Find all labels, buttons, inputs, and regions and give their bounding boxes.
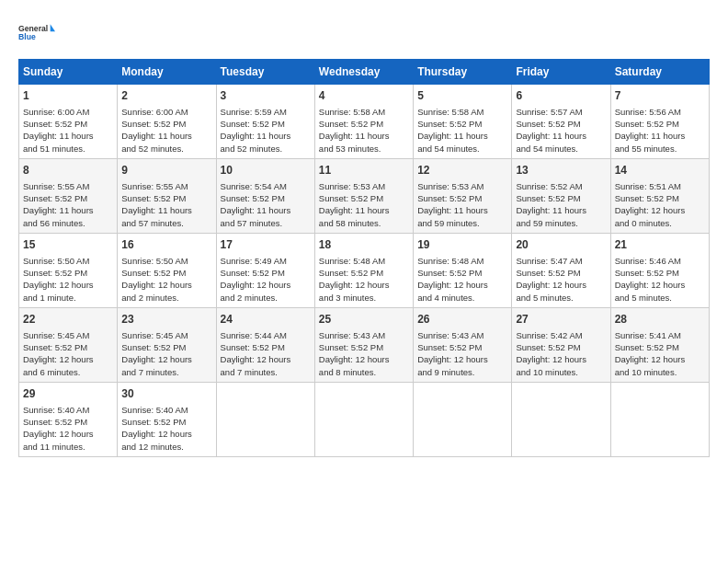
day-info: Sunrise: 5:40 AM Sunset: 5:52 PM Dayligh… bbox=[23, 404, 113, 453]
day-number: 19 bbox=[417, 237, 507, 253]
weekday-header: Sunday bbox=[19, 60, 118, 85]
day-number: 4 bbox=[319, 88, 409, 104]
calendar-week-row: 22Sunrise: 5:45 AM Sunset: 5:52 PM Dayli… bbox=[19, 307, 710, 382]
calendar-day-cell: 4Sunrise: 5:58 AM Sunset: 5:52 PM Daylig… bbox=[314, 85, 413, 159]
calendar-day-cell: 14Sunrise: 5:51 AM Sunset: 5:52 PM Dayli… bbox=[610, 158, 709, 233]
svg-text:Blue: Blue bbox=[18, 32, 36, 41]
day-number: 8 bbox=[23, 163, 113, 178]
calendar-week-row: 15Sunrise: 5:50 AM Sunset: 5:52 PM Dayli… bbox=[19, 233, 710, 307]
day-info: Sunrise: 5:50 AM Sunset: 5:52 PM Dayligh… bbox=[23, 255, 113, 304]
day-info: Sunrise: 5:54 AM Sunset: 5:52 PM Dayligh… bbox=[221, 180, 311, 229]
day-info: Sunrise: 6:00 AM Sunset: 5:52 PM Dayligh… bbox=[23, 106, 113, 155]
day-info: Sunrise: 5:44 AM Sunset: 5:52 PM Dayligh… bbox=[221, 329, 311, 378]
calendar-day-cell: 17Sunrise: 5:49 AM Sunset: 5:52 PM Dayli… bbox=[216, 233, 314, 307]
day-info: Sunrise: 5:47 AM Sunset: 5:52 PM Dayligh… bbox=[516, 255, 606, 304]
day-number: 29 bbox=[23, 386, 113, 402]
logo: General Blue bbox=[18, 18, 61, 50]
day-info: Sunrise: 5:55 AM Sunset: 5:52 PM Dayligh… bbox=[23, 180, 113, 229]
calendar-day-cell: 7Sunrise: 5:56 AM Sunset: 5:52 PM Daylig… bbox=[610, 85, 709, 159]
day-number: 13 bbox=[516, 163, 606, 178]
calendar-day-cell: 20Sunrise: 5:47 AM Sunset: 5:52 PM Dayli… bbox=[512, 233, 610, 307]
day-info: Sunrise: 5:56 AM Sunset: 5:52 PM Dayligh… bbox=[615, 106, 705, 155]
day-number: 2 bbox=[121, 88, 211, 104]
day-info: Sunrise: 5:53 AM Sunset: 5:52 PM Dayligh… bbox=[417, 180, 507, 229]
day-number: 12 bbox=[417, 163, 507, 178]
page-header: General Blue bbox=[18, 18, 710, 50]
calendar-day-cell bbox=[414, 382, 512, 456]
day-info: Sunrise: 5:58 AM Sunset: 5:52 PM Dayligh… bbox=[319, 106, 409, 155]
weekday-header: Friday bbox=[512, 60, 610, 85]
day-info: Sunrise: 5:45 AM Sunset: 5:52 PM Dayligh… bbox=[121, 329, 211, 378]
day-info: Sunrise: 5:50 AM Sunset: 5:52 PM Dayligh… bbox=[121, 255, 211, 304]
calendar-day-cell bbox=[314, 382, 413, 456]
calendar-day-cell: 1Sunrise: 6:00 AM Sunset: 5:52 PM Daylig… bbox=[19, 85, 118, 159]
logo-svg: General Blue bbox=[18, 18, 55, 46]
weekday-header-row: SundayMondayTuesdayWednesdayThursdayFrid… bbox=[19, 60, 710, 85]
day-info: Sunrise: 5:40 AM Sunset: 5:52 PM Dayligh… bbox=[121, 404, 211, 453]
calendar-day-cell: 11Sunrise: 5:53 AM Sunset: 5:52 PM Dayli… bbox=[314, 158, 413, 233]
calendar-day-cell bbox=[610, 382, 709, 456]
day-number: 7 bbox=[615, 88, 705, 104]
calendar-day-cell: 25Sunrise: 5:43 AM Sunset: 5:52 PM Dayli… bbox=[314, 307, 413, 382]
day-info: Sunrise: 5:45 AM Sunset: 5:52 PM Dayligh… bbox=[23, 329, 113, 378]
calendar-day-cell: 9Sunrise: 5:55 AM Sunset: 5:52 PM Daylig… bbox=[118, 158, 216, 233]
calendar-day-cell: 26Sunrise: 5:43 AM Sunset: 5:52 PM Dayli… bbox=[414, 307, 512, 382]
day-number: 21 bbox=[615, 237, 705, 253]
calendar-day-cell: 30Sunrise: 5:40 AM Sunset: 5:52 PM Dayli… bbox=[118, 382, 216, 456]
day-info: Sunrise: 5:43 AM Sunset: 5:52 PM Dayligh… bbox=[417, 329, 507, 378]
weekday-header: Wednesday bbox=[314, 60, 413, 85]
day-number: 25 bbox=[319, 312, 409, 327]
day-info: Sunrise: 6:00 AM Sunset: 5:52 PM Dayligh… bbox=[121, 106, 211, 155]
weekday-header: Saturday bbox=[610, 60, 709, 85]
day-info: Sunrise: 5:53 AM Sunset: 5:52 PM Dayligh… bbox=[319, 180, 409, 229]
calendar-day-cell: 5Sunrise: 5:58 AM Sunset: 5:52 PM Daylig… bbox=[414, 85, 512, 159]
day-info: Sunrise: 5:49 AM Sunset: 5:52 PM Dayligh… bbox=[221, 255, 311, 304]
day-number: 14 bbox=[615, 163, 705, 178]
calendar-day-cell: 18Sunrise: 5:48 AM Sunset: 5:52 PM Dayli… bbox=[314, 233, 413, 307]
calendar-day-cell: 21Sunrise: 5:46 AM Sunset: 5:52 PM Dayli… bbox=[610, 233, 709, 307]
calendar-day-cell: 8Sunrise: 5:55 AM Sunset: 5:52 PM Daylig… bbox=[19, 158, 118, 233]
calendar-day-cell: 3Sunrise: 5:59 AM Sunset: 5:52 PM Daylig… bbox=[216, 85, 314, 159]
day-info: Sunrise: 5:42 AM Sunset: 5:52 PM Dayligh… bbox=[516, 329, 606, 378]
day-number: 6 bbox=[516, 88, 606, 104]
weekday-header: Tuesday bbox=[216, 60, 314, 85]
calendar-day-cell: 6Sunrise: 5:57 AM Sunset: 5:52 PM Daylig… bbox=[512, 85, 610, 159]
day-number: 1 bbox=[23, 88, 113, 104]
day-number: 18 bbox=[319, 237, 409, 253]
calendar-week-row: 29Sunrise: 5:40 AM Sunset: 5:52 PM Dayli… bbox=[19, 382, 710, 456]
calendar-day-cell: 15Sunrise: 5:50 AM Sunset: 5:52 PM Dayli… bbox=[19, 233, 118, 307]
calendar-day-cell: 28Sunrise: 5:41 AM Sunset: 5:52 PM Dayli… bbox=[610, 307, 709, 382]
calendar-week-row: 8Sunrise: 5:55 AM Sunset: 5:52 PM Daylig… bbox=[19, 158, 710, 233]
calendar-day-cell: 22Sunrise: 5:45 AM Sunset: 5:52 PM Dayli… bbox=[19, 307, 118, 382]
calendar-day-cell: 29Sunrise: 5:40 AM Sunset: 5:52 PM Dayli… bbox=[19, 382, 118, 456]
day-info: Sunrise: 5:59 AM Sunset: 5:52 PM Dayligh… bbox=[221, 106, 311, 155]
day-number: 17 bbox=[221, 237, 311, 253]
day-info: Sunrise: 5:57 AM Sunset: 5:52 PM Dayligh… bbox=[516, 106, 606, 155]
weekday-header: Thursday bbox=[414, 60, 512, 85]
calendar-day-cell: 12Sunrise: 5:53 AM Sunset: 5:52 PM Dayli… bbox=[414, 158, 512, 233]
day-number: 3 bbox=[221, 88, 311, 104]
day-number: 9 bbox=[121, 163, 211, 178]
calendar-day-cell bbox=[512, 382, 610, 456]
day-number: 15 bbox=[23, 237, 113, 253]
day-info: Sunrise: 5:46 AM Sunset: 5:52 PM Dayligh… bbox=[615, 255, 705, 304]
day-number: 27 bbox=[516, 312, 606, 327]
calendar-day-cell: 13Sunrise: 5:52 AM Sunset: 5:52 PM Dayli… bbox=[512, 158, 610, 233]
day-info: Sunrise: 5:52 AM Sunset: 5:52 PM Dayligh… bbox=[516, 180, 606, 229]
calendar-day-cell: 27Sunrise: 5:42 AM Sunset: 5:52 PM Dayli… bbox=[512, 307, 610, 382]
day-number: 11 bbox=[319, 163, 409, 178]
day-number: 26 bbox=[417, 312, 507, 327]
calendar-day-cell: 10Sunrise: 5:54 AM Sunset: 5:52 PM Dayli… bbox=[216, 158, 314, 233]
day-number: 16 bbox=[121, 237, 211, 253]
day-number: 24 bbox=[221, 312, 311, 327]
day-number: 30 bbox=[121, 386, 211, 402]
day-info: Sunrise: 5:48 AM Sunset: 5:52 PM Dayligh… bbox=[417, 255, 507, 304]
calendar-week-row: 1Sunrise: 6:00 AM Sunset: 5:52 PM Daylig… bbox=[19, 85, 710, 159]
day-number: 20 bbox=[516, 237, 606, 253]
day-info: Sunrise: 5:51 AM Sunset: 5:52 PM Dayligh… bbox=[615, 180, 705, 229]
calendar-day-cell: 23Sunrise: 5:45 AM Sunset: 5:52 PM Dayli… bbox=[118, 307, 216, 382]
day-number: 5 bbox=[417, 88, 507, 104]
weekday-header: Monday bbox=[118, 60, 216, 85]
day-info: Sunrise: 5:48 AM Sunset: 5:52 PM Dayligh… bbox=[319, 255, 409, 304]
day-number: 10 bbox=[221, 163, 311, 178]
